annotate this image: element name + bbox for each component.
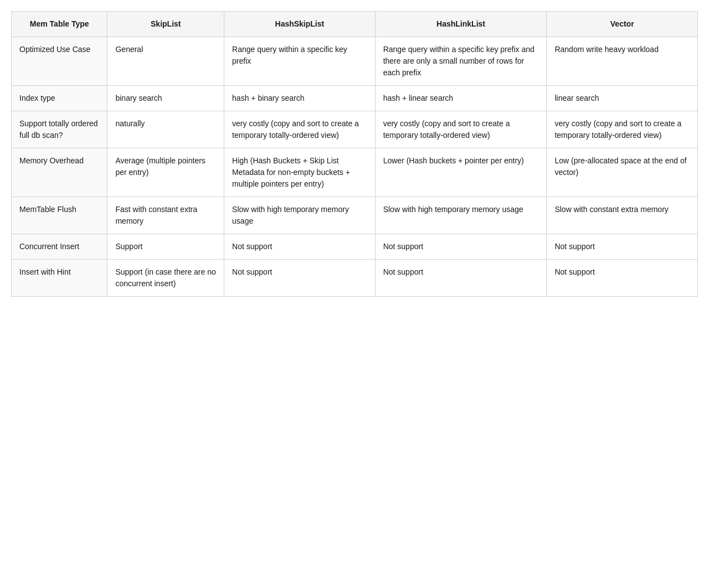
- row-label-memory-overhead: Memory Overhead: [12, 148, 107, 197]
- cell-hint-vector: Not support: [547, 260, 698, 297]
- header-hashlinklist: HashLinkList: [375, 12, 547, 37]
- cell-memory-skiplist: Average (multiple pointers per entry): [107, 148, 224, 197]
- cell-scan-vector: very costly (copy and sort to create a t…: [547, 111, 698, 148]
- table-row: Support totally ordered full db scan? na…: [12, 111, 698, 148]
- cell-hint-hashskiplist: Not support: [224, 260, 376, 297]
- cell-index-vector: linear search: [547, 86, 698, 111]
- cell-memory-hashskiplist: High (Hash Buckets + Skip List Metadata …: [224, 148, 376, 197]
- table-row: MemTable Flush Fast with constant extra …: [12, 197, 698, 234]
- cell-memory-hashlinklist: Lower (Hash buckets + pointer per entry): [375, 148, 547, 197]
- cell-memory-vector: Low (pre-allocated space at the end of v…: [547, 148, 698, 197]
- table-row: Concurrent Insert Support Not support No…: [12, 234, 698, 260]
- table-row: Memory Overhead Average (multiple pointe…: [12, 148, 698, 197]
- cell-optimized-skiplist: General: [107, 37, 224, 86]
- cell-index-hashskiplist: hash + binary search: [224, 86, 376, 111]
- cell-concurrent-hashlinklist: Not support: [375, 234, 547, 260]
- table-row: Index type binary search hash + binary s…: [12, 86, 698, 111]
- cell-flush-vector: Slow with constant extra memory: [547, 197, 698, 234]
- cell-concurrent-vector: Not support: [547, 234, 698, 260]
- cell-index-skiplist: binary search: [107, 86, 224, 111]
- row-label-support-scan: Support totally ordered full db scan?: [12, 111, 107, 148]
- cell-scan-hashskiplist: very costly (copy and sort to create a t…: [224, 111, 376, 148]
- cell-concurrent-skiplist: Support: [107, 234, 224, 260]
- cell-hint-hashlinklist: Not support: [375, 260, 547, 297]
- cell-flush-hashlinklist: Slow with high temporary memory usage: [375, 197, 547, 234]
- row-label-insert-with-hint: Insert with Hint: [12, 260, 107, 297]
- table-row: Optimized Use Case General Range query w…: [12, 37, 698, 86]
- cell-flush-skiplist: Fast with constant extra memory: [107, 197, 224, 234]
- cell-concurrent-hashskiplist: Not support: [224, 234, 376, 260]
- header-mem-table-type: Mem Table Type: [12, 12, 107, 37]
- cell-hint-skiplist: Support (in case there are no concurrent…: [107, 260, 224, 297]
- cell-flush-hashskiplist: Slow with high temporary memory usage: [224, 197, 376, 234]
- cell-optimized-vector: Random write heavy workload: [547, 37, 698, 86]
- row-label-memtable-flush: MemTable Flush: [12, 197, 107, 234]
- header-skiplist: SkipList: [107, 12, 224, 37]
- table-row: Insert with Hint Support (in case there …: [12, 260, 698, 297]
- row-label-concurrent-insert: Concurrent Insert: [12, 234, 107, 260]
- row-label-index-type: Index type: [12, 86, 107, 111]
- cell-scan-skiplist: naturally: [107, 111, 224, 148]
- row-label-optimized-use-case: Optimized Use Case: [12, 37, 107, 86]
- cell-optimized-hashlinklist: Range query within a specific key prefix…: [375, 37, 547, 86]
- cell-scan-hashlinklist: very costly (copy and sort to create a t…: [375, 111, 547, 148]
- cell-optimized-hashskiplist: Range query within a specific key prefix: [224, 37, 376, 86]
- header-hashskiplist: HashSkipList: [224, 12, 376, 37]
- cell-index-hashlinklist: hash + linear search: [375, 86, 547, 111]
- header-vector: Vector: [547, 12, 698, 37]
